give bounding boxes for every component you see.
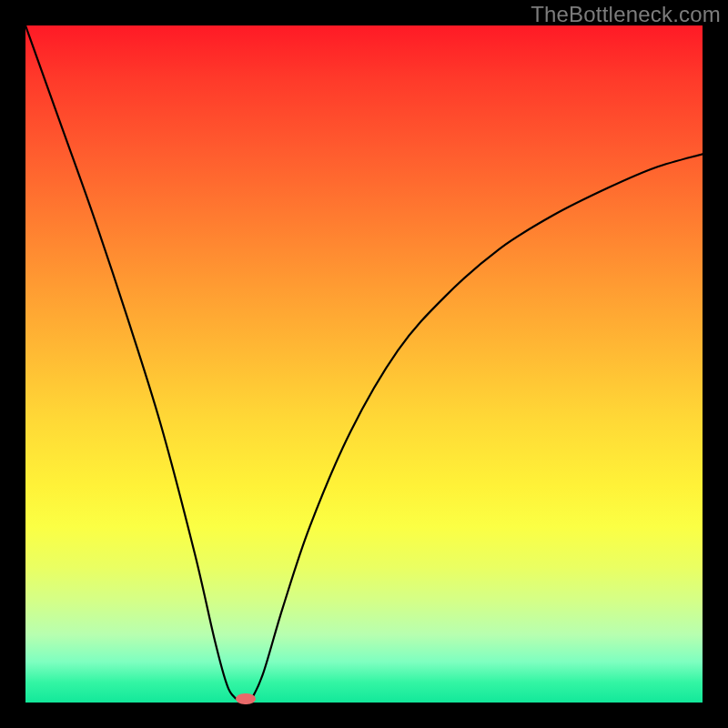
bottleneck-curve [25, 25, 703, 703]
curve-svg [25, 25, 703, 703]
chart-frame: TheBottleneck.com [0, 0, 728, 728]
min-marker [236, 693, 256, 704]
watermark-text: TheBottleneck.com [531, 2, 721, 27]
plot-area [25, 25, 703, 703]
